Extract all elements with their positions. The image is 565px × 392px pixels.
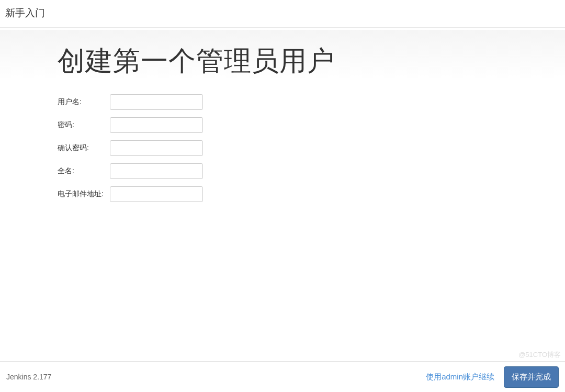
wizard-header-title: 新手入门	[5, 7, 45, 18]
form-row-username: 用户名:	[58, 94, 565, 110]
form-row-fullname: 全名:	[58, 163, 565, 179]
label-confirm-password: 确认密码:	[58, 143, 110, 153]
form-row-email: 电子邮件地址:	[58, 186, 565, 202]
input-password[interactable]	[110, 117, 203, 133]
wizard-footer: Jenkins 2.177 使用admin账户继续 保存并完成	[0, 361, 565, 392]
label-fullname: 全名:	[58, 166, 110, 176]
version-label: Jenkins 2.177	[6, 373, 51, 381]
wizard-header: 新手入门	[0, 0, 565, 28]
continue-as-admin-link[interactable]: 使用admin账户继续	[426, 372, 494, 382]
label-password: 密码:	[58, 120, 110, 130]
label-username: 用户名:	[58, 97, 110, 107]
input-email[interactable]	[110, 186, 203, 202]
content-area: 创建第一个管理员用户 用户名: 密码: 确认密码: 全名: 电子邮件地址:	[0, 30, 565, 202]
label-email: 电子邮件地址:	[58, 189, 110, 199]
page-title: 创建第一个管理员用户	[58, 43, 565, 80]
content-background: 创建第一个管理员用户 用户名: 密码: 确认密码: 全名: 电子邮件地址:	[0, 30, 565, 361]
form-row-confirm-password: 确认密码:	[58, 140, 565, 156]
input-fullname[interactable]	[110, 163, 203, 179]
form-row-password: 密码:	[58, 117, 565, 133]
save-and-finish-button[interactable]: 保存并完成	[504, 366, 559, 388]
input-confirm-password[interactable]	[110, 140, 203, 156]
input-username[interactable]	[110, 94, 203, 110]
footer-actions: 使用admin账户继续 保存并完成	[426, 366, 559, 388]
